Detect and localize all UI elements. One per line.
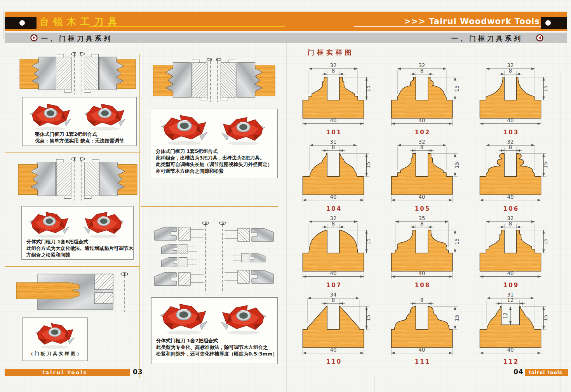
panel-cutter-diagram: [15, 272, 133, 312]
svg-text:8: 8: [332, 68, 335, 74]
profile-drawing: 3281540: [291, 59, 378, 128]
bullet-dot-icon: [19, 20, 25, 26]
caption-line: 分体式门框刀 1套5把组合式: [156, 148, 272, 154]
photo-box-4: 分体式门框刀 1套5把组合式 此种组合，出槽边为3把刀具，出榫边为2把刀具。 此…: [151, 109, 278, 178]
cutter-photo: [157, 299, 211, 336]
profile-cell: 3281540107: [291, 212, 379, 288]
profile-number: 112: [468, 358, 555, 365]
caption-line: 整体式门框刀 1套2把组合式: [35, 131, 124, 137]
photo-box-2: 分体式门框刀 1套6把组合式 此组合方式为大众化做法。通过增减垫片可调节木 方组…: [21, 206, 134, 260]
profile-drawing: 3181540: [291, 135, 378, 205]
svg-text:12: 12: [503, 312, 508, 319]
profile-number: 104: [291, 205, 378, 212]
cutter-photo: [27, 100, 74, 132]
profile-drawing: 3281540: [379, 59, 466, 128]
svg-text:15: 15: [543, 85, 548, 92]
caption-line: 此种组合，出槽边为3把刀具，出榫边为2把刀具。: [156, 154, 272, 161]
caption-line: 分体式门框刀 1套6把组合式: [26, 238, 133, 245]
section-title-left: 一、门框刀具系列: [41, 34, 113, 43]
profile-set-diagram: [152, 220, 276, 295]
svg-text:40: 40: [507, 271, 514, 276]
svg-text:40: 40: [330, 194, 337, 200]
svg-text:8: 8: [420, 221, 423, 227]
profile-number: 110: [291, 358, 378, 365]
svg-text:8: 8: [509, 68, 512, 74]
right-footer-bar: Tairui Tools: [525, 369, 568, 376]
play-circle-icon: [30, 34, 38, 42]
svg-text:35: 35: [419, 215, 425, 221]
crop-mark: [374, 376, 374, 392]
svg-text:32: 32: [419, 62, 425, 68]
caption-line: （ 门 板 刀 具 实 样 图 ）: [23, 350, 87, 357]
profile-grid: 3281540101328154010232815401033181540104…: [291, 59, 556, 365]
profile-cell: 3581540108: [379, 212, 468, 288]
svg-text:40: 40: [507, 118, 514, 123]
photo-box-3: （ 门 板 刀 具 实 样 图 ）: [22, 317, 88, 361]
svg-text:32: 32: [419, 139, 425, 145]
profile-cell: 3481540110: [291, 288, 379, 365]
svg-text:12: 12: [507, 297, 514, 303]
svg-text:40: 40: [507, 347, 514, 353]
profile-drawing: 3281540: [468, 59, 555, 128]
right-page-title: 门框实样图: [308, 48, 354, 57]
assembly-diagram: [17, 156, 138, 202]
svg-text:15: 15: [454, 238, 460, 245]
svg-text:15: 15: [366, 85, 371, 92]
svg-text:8: 8: [332, 297, 335, 303]
svg-text:40: 40: [419, 271, 425, 276]
page-gutter-line: [286, 43, 287, 392]
profile-drawing: 3481540: [291, 288, 378, 357]
svg-text:8: 8: [420, 144, 423, 150]
crop-mark: [3, 10, 3, 39]
brand-title-en: >>> Tairui Woodwork Tools: [404, 17, 540, 26]
cutter-photo: [217, 113, 270, 146]
crop-mark: [561, 72, 561, 392]
cutter-photo: [158, 111, 211, 146]
caption-line: 此类型为专业化、高标准做法，除可调节木方组合之: [156, 344, 277, 350]
svg-text:40: 40: [419, 118, 425, 123]
header-right-blackbox: [541, 17, 567, 29]
svg-text:8: 8: [332, 144, 335, 150]
caption-line: 此类型可自调榫头长短（调节范围视榫头刀外径而定）: [156, 161, 272, 168]
section-title-right: 一、门框刀具系列: [451, 34, 523, 43]
svg-text:8: 8: [420, 297, 423, 303]
profile-drawing: 3112154012: [468, 288, 555, 357]
profile-cell: 3281540103: [468, 59, 556, 135]
assembly-diagram: [17, 52, 138, 95]
caption-line: 优点：简单方便实用 缺点：无法按需调节: [35, 137, 124, 144]
cutter-photo: [31, 319, 78, 350]
profile-number: 101: [291, 129, 378, 136]
page-number-right: 04: [514, 368, 524, 376]
svg-text:15: 15: [366, 162, 371, 168]
svg-text:40: 40: [507, 194, 514, 200]
section-divider: [5, 266, 139, 267]
svg-text:15: 15: [454, 315, 460, 321]
header-left-blackbox: [5, 17, 37, 29]
catalog-spread: { "header": { "brand_cn": "台锐木工刀具", "bra…: [0, 0, 571, 392]
profile-cell: 3181540104: [291, 135, 379, 212]
caption-line: 此组合方式为大众化做法。通过增减垫片可调节木: [26, 245, 133, 252]
svg-text:31: 31: [330, 139, 337, 145]
profile-cell: 81540111: [379, 288, 468, 365]
profile-number: 106: [468, 205, 555, 212]
svg-text:40: 40: [330, 271, 337, 276]
footer-brand: Tairui Tools: [528, 370, 562, 375]
svg-text:15: 15: [454, 162, 460, 168]
profile-drawing: 3581540: [379, 212, 466, 281]
profile-number: 102: [379, 129, 466, 136]
assembly-diagram: [152, 54, 276, 106]
caption-line: 亦可调节木方组合之间隙和松紧: [156, 168, 272, 174]
photo-box-1: 整体式门框刀 1套2把组合式 优点：简单方便实用 缺点：无法按需调节: [22, 97, 137, 146]
svg-text:31: 31: [507, 292, 514, 298]
svg-text:34: 34: [330, 292, 337, 298]
svg-text:40: 40: [419, 194, 425, 200]
profile-drawing: 81540: [379, 288, 466, 357]
column-divider: [139, 54, 140, 378]
profile-number: 103: [468, 129, 555, 136]
profile-number: 111: [379, 358, 466, 365]
profile-cell: 3281540102: [379, 59, 468, 135]
profile-number: 107: [291, 282, 378, 289]
profile-drawing: 3281540: [468, 135, 555, 205]
cutter-photo: [82, 100, 128, 132]
svg-text:15: 15: [366, 315, 371, 321]
